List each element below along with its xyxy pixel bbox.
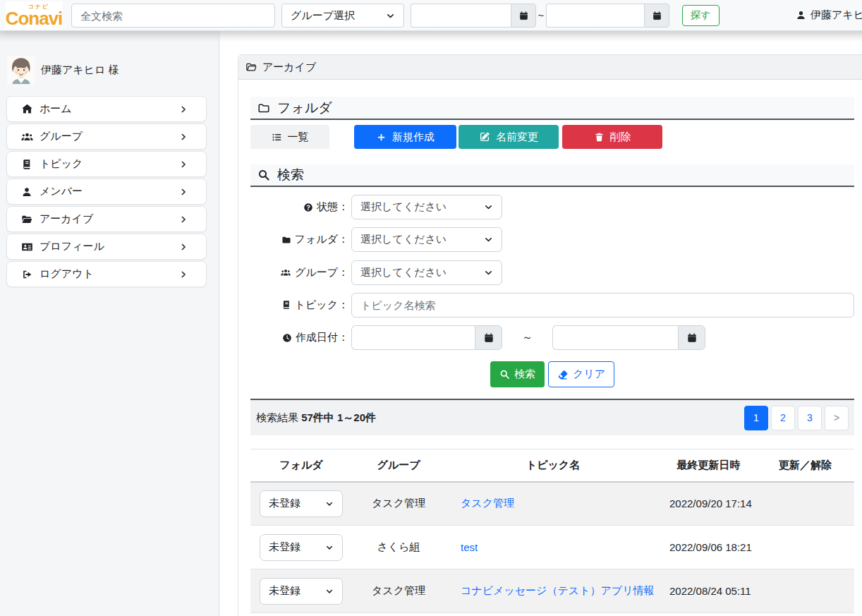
book-icon [21,159,32,170]
page-2-button[interactable]: 2 [771,406,795,430]
row-action [756,482,854,526]
results-bar: 検索結果 57件中 1～20件 1 2 3 > [250,399,854,435]
sidebar-item-label: プロフィール [40,240,104,253]
col-header-group: グループ [352,449,445,482]
chevron-down-icon [484,235,493,244]
sidebar-item-logout[interactable]: ログアウト [6,261,207,287]
row-action [756,526,854,569]
sidebar-item-label: トピック [40,157,83,171]
group-label: グループ： [250,266,351,279]
sidebar-item-group[interactable]: グループ [6,123,207,150]
book-icon [281,300,291,310]
sidebar-item-archive[interactable]: アーカイブ [6,206,207,232]
folder-section-title: フォルダ [277,99,332,117]
brand-logo[interactable]: コナビ Conavi [6,1,62,30]
top-bar: コナビ Conavi グループ選択 ~ 探す 伊藤アキヒロ 様 [0,0,862,31]
sidebar-item-member[interactable]: メンバー [6,179,207,205]
chevron-right-icon [179,188,186,195]
search-actions: 検索 クリア [250,361,854,387]
pagination: 1 2 3 > [744,406,849,430]
sidebar: 伊藤アキヒロ 様 ホーム グループ トピック メンバー アーカイブ [0,31,219,616]
header-date-from-calendar-button[interactable] [511,4,536,28]
search-section-header: 検索 [250,164,854,187]
sidebar-menu: ホーム グループ トピック メンバー アーカイブ プロフィール [6,96,207,289]
chevron-down-icon [325,587,334,596]
header-date-to-input[interactable] [546,4,644,28]
group-search-select[interactable]: 選択してください [351,260,502,285]
page-next-button[interactable]: > [825,406,849,430]
sidebar-item-label: アーカイブ [40,212,93,226]
created-date-label: 作成日付： [250,331,351,344]
topic-name-input[interactable] [351,293,854,318]
rename-button-label: 名前変更 [496,131,538,144]
chevron-right-icon [179,133,186,140]
results-summary: 検索結果 57件中 1～20件 [256,411,376,425]
table-row: 未登録 タスク管理 タスク管理 2022/09/20 17:14 [250,482,854,526]
sidebar-item-home[interactable]: ホーム [6,96,207,122]
group-select[interactable]: グループ選択 [281,4,404,28]
row-topic-link[interactable]: test [461,541,478,553]
row-group: さくら組 [352,526,445,569]
created-from-input[interactable] [351,325,475,350]
row-group: タスク管理 [352,569,445,613]
results-table: フォルダ グループ トピック名 最終更新日時 更新／解除 未登録 タスク管理 [250,449,854,613]
folder-select[interactable]: 選択してください [351,227,502,252]
chevron-down-icon [484,268,493,277]
chevron-right-icon [179,271,186,278]
row-group: タスク管理 [352,482,445,526]
eraser-icon [557,369,569,380]
row-action [756,569,854,613]
create-button[interactable]: 新規作成 [354,125,456,149]
created-to-input[interactable] [552,325,678,350]
find-button[interactable]: 探す [682,5,720,26]
main-content: アーカイブ フォルダ 一覧 新規作成 名前変更 [219,31,862,616]
search-section-title: 検索 [277,166,304,184]
header-date-to-calendar-button[interactable] [644,4,669,28]
create-button-label: 新規作成 [392,131,435,144]
search-icon [257,169,270,181]
list-icon [272,132,282,143]
folder-icon [257,102,270,114]
row-folder-select[interactable]: 未登録 [260,578,343,605]
sidebar-item-profile[interactable]: プロフィール [6,234,207,260]
chevron-right-icon [179,216,186,223]
page-1-button[interactable]: 1 [744,406,768,430]
breadcrumb-label: アーカイブ [262,61,316,74]
calendar-icon [518,11,529,21]
logout-icon [21,269,33,280]
calendar-icon [652,11,662,21]
col-header-folder: フォルダ [250,449,352,482]
row-topic-link[interactable]: タスク管理 [461,497,514,509]
chevron-down-icon [325,500,334,508]
page-3-button[interactable]: 3 [798,406,822,430]
folder-toolbar: 一覧 新規作成 名前変更 削除 [250,125,854,149]
status-select[interactable]: 選択してください [351,195,502,219]
sidebar-item-topic[interactable]: トピック [6,151,207,177]
folder-section-header: フォルダ [250,97,854,120]
row-topic-link[interactable]: コナビメッセージ（テスト）アプリ情報 [461,584,655,596]
global-search-input[interactable] [71,4,275,28]
sidebar-item-label: メンバー [40,185,83,198]
row-folder-select[interactable]: 未登録 [260,534,343,561]
created-to-calendar-button[interactable] [678,325,705,350]
brand-word: Conavi [6,10,63,27]
tab-list[interactable]: 一覧 [250,125,329,149]
archive-card: アーカイブ フォルダ 一覧 新規作成 名前変更 [238,54,862,616]
delete-button[interactable]: 削除 [562,125,662,149]
created-from-calendar-button[interactable] [475,325,502,350]
row-updated: 2022/08/24 05:11 [661,569,756,613]
clock-icon [282,333,292,343]
search-button[interactable]: 検索 [490,361,545,387]
header-user[interactable]: 伊藤アキヒロ 様 [796,0,862,30]
id-card-icon [21,241,33,253]
header-date-tilde: ~ [536,4,546,28]
row-folder-select[interactable]: 未登録 [260,490,343,517]
user-icon [21,186,32,198]
sidebar-profile: 伊藤アキヒロ 様 [7,56,119,84]
clear-button[interactable]: クリア [548,361,614,387]
tab-list-label: 一覧 [288,131,309,144]
person-icon [796,10,806,20]
rename-button[interactable]: 名前変更 [459,125,559,149]
header-date-from-input[interactable] [411,4,511,28]
edit-icon [479,131,490,143]
